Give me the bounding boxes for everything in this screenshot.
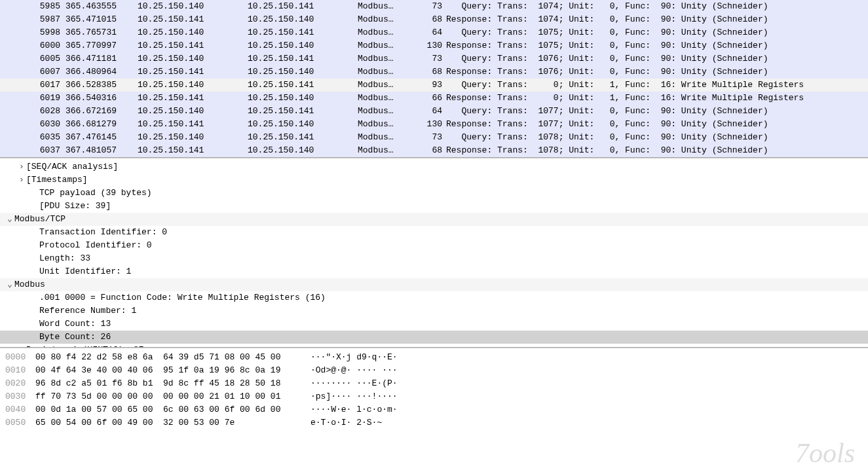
hex-row[interactable]: 004000 0d 1a 00 57 00 65 00 6c 00 63 00 … <box>0 403 868 416</box>
hex-row[interactable]: 000000 80 f4 22 d2 58 e8 6a 64 39 d5 71 … <box>0 351 868 364</box>
tree-modbus[interactable]: ⌄Modbus <box>0 278 868 291</box>
hex-ascii: e·T·o·I· 2·S·~ <box>311 416 382 429</box>
hex-bytes: 00 4f 64 3e 40 00 40 06 95 1f 0a 19 96 8… <box>35 364 311 377</box>
tree-timestamps[interactable]: ›[Timestamps] <box>0 173 868 187</box>
col-no: 6030 <box>7 118 66 131</box>
hex-ascii: ········ ···E·(P· <box>311 377 398 390</box>
tree-pdu-size[interactable]: [PDU Size: 39] <box>0 200 868 213</box>
col-destination: 10.25.150.141 <box>248 0 358 13</box>
packet-row[interactable]: 6035367.47614510.25.150.14010.25.150.141… <box>0 131 868 144</box>
col-protocol: Modbus… <box>358 65 417 79</box>
col-time: 365.765731 <box>66 26 138 39</box>
hex-offset: 0030 <box>5 390 35 403</box>
col-length: 68 <box>417 13 446 26</box>
col-destination: 10.25.150.140 <box>248 144 358 157</box>
col-info: Query: Trans: 1075; Unit: 0, Func: 90: U… <box>446 26 868 39</box>
col-info: Query: Trans: 1078; Unit: 0, Func: 90: U… <box>446 131 868 144</box>
tree-tcp-payload[interactable]: TCP payload (39 bytes) <box>0 187 868 200</box>
col-length: 130 <box>417 118 446 131</box>
col-source: 10.25.150.140 <box>138 52 248 65</box>
chevron-down-icon[interactable]: ⌄ <box>5 278 14 291</box>
col-time: 365.471015 <box>66 13 138 26</box>
hex-offset: 0000 <box>5 351 35 364</box>
packet-details[interactable]: ›[SEQ/ACK analysis] ›[Timestamps] TCP pa… <box>0 158 868 348</box>
col-protocol: Modbus… <box>358 131 417 144</box>
col-length: 73 <box>417 131 446 144</box>
col-length: 64 <box>417 105 446 118</box>
col-no: 5985 <box>7 0 66 13</box>
col-protocol: Modbus… <box>358 105 417 118</box>
col-protocol: Modbus… <box>358 144 417 157</box>
col-protocol: Modbus… <box>358 118 417 131</box>
hex-ascii: ·ps]···· ···!···· <box>311 390 398 403</box>
col-no: 6019 <box>7 92 66 105</box>
packet-row[interactable]: 6028366.67216910.25.150.14010.25.150.141… <box>0 105 868 118</box>
hex-row[interactable]: 002096 8d c2 a5 01 f6 8b b1 9d 8c ff 45 … <box>0 377 868 390</box>
chevron-right-icon[interactable]: › <box>17 173 26 187</box>
tree-unit-id[interactable]: Unit Identifier: 1 <box>0 265 868 278</box>
packet-row[interactable]: 6017366.52838510.25.150.14010.25.150.141… <box>0 79 868 92</box>
col-info: Response: Trans: 0; Unit: 1, Func: 16: W… <box>446 92 868 105</box>
tree-seqack[interactable]: ›[SEQ/ACK analysis] <box>0 160 868 173</box>
tree-word-count[interactable]: Word Count: 13 <box>0 318 868 331</box>
col-info: Response: Trans: 1074; Unit: 0, Func: 90… <box>446 13 868 26</box>
col-protocol: Modbus… <box>358 39 417 52</box>
col-info: Query: Trans: 1076; Unit: 0, Func: 90: U… <box>446 52 868 65</box>
col-destination: 10.25.150.141 <box>248 105 358 118</box>
hex-row[interactable]: 001000 4f 64 3e 40 00 40 06 95 1f 0a 19 … <box>0 364 868 377</box>
hex-dump[interactable]: 000000 80 f4 22 d2 58 e8 6a 64 39 d5 71 … <box>0 348 868 432</box>
col-info: Query: Trans: 0; Unit: 1, Func: 16: Writ… <box>446 79 868 92</box>
packet-row[interactable]: 6019366.54031610.25.150.14110.25.150.140… <box>0 92 868 105</box>
packet-list[interactable]: 5985365.46355510.25.150.14010.25.150.141… <box>0 0 868 158</box>
chevron-down-icon[interactable]: ⌄ <box>5 213 14 226</box>
packet-row[interactable]: 6037367.48105710.25.150.14110.25.150.140… <box>0 144 868 157</box>
packet-row[interactable]: 6000365.77099710.25.150.14110.25.150.140… <box>0 39 868 52</box>
col-no: 6028 <box>7 105 66 118</box>
col-protocol: Modbus… <box>358 26 417 39</box>
hex-row[interactable]: 005065 00 54 00 6f 00 49 00 32 00 53 00 … <box>0 416 868 429</box>
col-source: 10.25.150.141 <box>138 118 248 131</box>
packet-row[interactable]: 5987365.47101510.25.150.14110.25.150.140… <box>0 13 868 26</box>
col-time: 366.528385 <box>66 79 138 92</box>
col-destination: 10.25.150.140 <box>248 13 358 26</box>
tree-byte-count[interactable]: Byte Count: 26 <box>0 331 868 344</box>
col-protocol: Modbus… <box>358 52 417 65</box>
col-source: 10.25.150.140 <box>138 0 248 13</box>
col-protocol: Modbus… <box>358 0 417 13</box>
col-destination: 10.25.150.141 <box>248 131 358 144</box>
tree-protocol-id[interactable]: Protocol Identifier: 0 <box>0 239 868 252</box>
col-source: 10.25.150.140 <box>138 26 248 39</box>
hex-offset: 0050 <box>5 416 35 429</box>
hex-offset: 0020 <box>5 377 35 390</box>
col-info: Response: Trans: 1078; Unit: 0, Func: 90… <box>446 144 868 157</box>
col-time: 366.681279 <box>66 118 138 131</box>
col-no: 6035 <box>7 131 66 144</box>
col-info: Query: Trans: 1074; Unit: 0, Func: 90: U… <box>446 0 868 13</box>
tree-modbustcp[interactable]: ⌄Modbus/TCP <box>0 213 868 226</box>
packet-row[interactable]: 6030366.68127910.25.150.14110.25.150.140… <box>0 118 868 131</box>
packet-row[interactable]: 5985365.46355510.25.150.14010.25.150.141… <box>0 0 868 13</box>
packet-row[interactable]: 6005366.47118110.25.150.14010.25.150.141… <box>0 52 868 65</box>
col-source: 10.25.150.140 <box>138 79 248 92</box>
col-no: 6000 <box>7 39 66 52</box>
tree-transaction-id[interactable]: Transaction Identifier: 0 <box>0 226 868 239</box>
hex-bytes: 00 80 f4 22 d2 58 e8 6a 64 39 d5 71 08 0… <box>35 351 311 364</box>
col-time: 365.770997 <box>66 39 138 52</box>
packet-row[interactable]: 5998365.76573110.25.150.14010.25.150.141… <box>0 26 868 39</box>
col-no: 5998 <box>7 26 66 39</box>
packet-row[interactable]: 6007366.48096410.25.150.14110.25.150.140… <box>0 65 868 79</box>
tree-ref-number[interactable]: Reference Number: 1 <box>0 304 868 318</box>
col-length: 130 <box>417 39 446 52</box>
col-no: 6005 <box>7 52 66 65</box>
col-destination: 10.25.150.141 <box>248 26 358 39</box>
col-info: Response: Trans: 1076; Unit: 0, Func: 90… <box>446 65 868 79</box>
chevron-right-icon[interactable]: › <box>17 160 26 173</box>
col-no: 6037 <box>7 144 66 157</box>
col-time: 365.463555 <box>66 0 138 13</box>
tree-func-code[interactable]: .001 0000 = Function Code: Write Multipl… <box>0 291 868 304</box>
col-info: Response: Trans: 1077; Unit: 0, Func: 90… <box>446 118 868 131</box>
col-time: 366.471181 <box>66 52 138 65</box>
hex-row[interactable]: 0030ff 70 73 5d 00 00 00 00 00 00 00 21 … <box>0 390 868 403</box>
col-length: 68 <box>417 65 446 79</box>
tree-length[interactable]: Length: 33 <box>0 252 868 265</box>
